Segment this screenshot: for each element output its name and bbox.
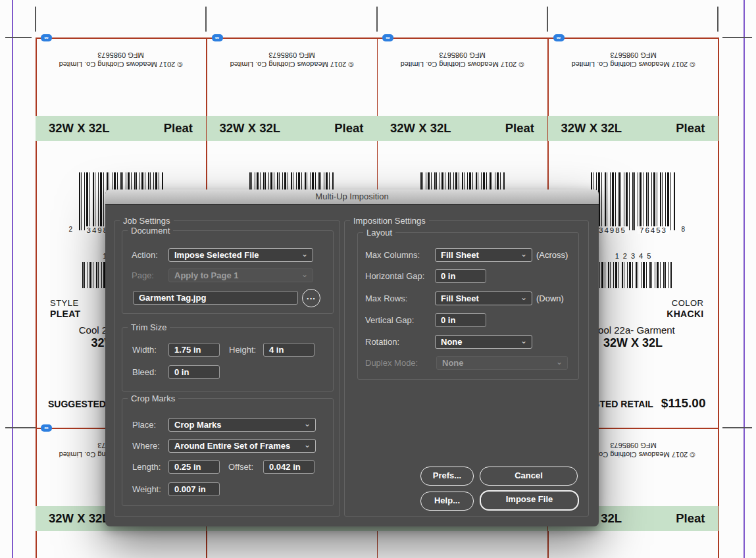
file-name-field[interactable]: Garment Tag.jpg xyxy=(133,291,298,305)
tag-fit: Pleat xyxy=(164,121,193,136)
mfg-line: MFG 0985673 xyxy=(207,51,377,60)
place-dropdown[interactable]: Crop Marks ⌄ xyxy=(168,418,316,432)
chevron-down-icon: ⌄ xyxy=(520,248,527,261)
color-value: KHACKI xyxy=(667,309,703,319)
width-label: Width: xyxy=(132,345,157,355)
action-label: Action: xyxy=(132,250,158,260)
tag-size: 32W X 32L xyxy=(561,121,622,136)
chevron-down-icon: ⌄ xyxy=(304,418,311,430)
copyright-line: © 2017 Meadows Clothing Co. Limited xyxy=(377,60,547,69)
where-label: Where: xyxy=(132,441,160,451)
crop-mark-tick xyxy=(35,7,36,32)
rotation-value: None xyxy=(441,337,463,347)
impose-file-button[interactable]: Impose File xyxy=(480,490,579,511)
length-input[interactable]: 0.25 in xyxy=(168,460,220,474)
tag-size: 32W X 32L xyxy=(49,121,110,136)
barcode-stripes xyxy=(594,262,672,288)
link-icon: ∞ xyxy=(41,34,52,41)
help-button[interactable]: Help... xyxy=(420,492,474,511)
place-label: Place: xyxy=(132,420,156,430)
tag-size-band: 32W X 32L Pleat xyxy=(36,116,206,141)
dialog-titlebar[interactable]: Multi-Up Imposition xyxy=(105,190,599,205)
crop-mark-tick xyxy=(5,37,32,38)
chevron-down-icon: ⌄ xyxy=(301,248,308,261)
where-value: Around Entire Set of Frames xyxy=(174,441,290,451)
tag-copyright-text: © 2017 Meadows Clothing Co. Limited MFG … xyxy=(548,51,718,69)
max-rows-value: Fill Sheet xyxy=(441,293,479,303)
upc-digit-left: 2 xyxy=(69,226,73,233)
crop-marks-label: Crop Marks xyxy=(128,393,178,403)
horizontal-gap-label: Horizontal Gap: xyxy=(365,271,424,281)
width-input[interactable]: 1.75 in xyxy=(168,343,220,357)
group-trim-size: Trim Size xyxy=(122,327,334,392)
chevron-down-icon: ⌄ xyxy=(520,335,527,347)
multi-up-imposition-dialog: Multi-Up Imposition Job Settings Documen… xyxy=(105,190,599,526)
height-input[interactable]: 4 in xyxy=(263,343,315,357)
tag-fit: Pleat xyxy=(676,121,705,136)
tag-fit: Pleat xyxy=(676,511,705,526)
duplex-mode-label: Duplex Mode: xyxy=(365,358,418,368)
max-columns-label: Max Columns: xyxy=(365,250,420,260)
place-value: Crop Marks xyxy=(174,420,222,430)
rotation-dropdown[interactable]: None ⌄ xyxy=(435,335,532,349)
page-guide-left xyxy=(12,0,13,558)
horizontal-gap-input[interactable]: 0 in xyxy=(435,269,486,283)
max-rows-dropdown[interactable]: Fill Sheet ⌄ xyxy=(435,292,532,305)
upc-group-2: 76453 xyxy=(638,226,669,234)
style-value: PLEAT xyxy=(50,309,80,319)
copyright-line: © 2017 Meadows Clothing Co. Limited xyxy=(207,60,377,69)
weight-label: Weight: xyxy=(132,484,161,494)
crop-mark-tick xyxy=(5,427,37,428)
tag-style-block: STYLE PLEAT xyxy=(50,298,80,319)
barcode-stripes xyxy=(591,172,675,230)
retail-price: $115.00 xyxy=(661,396,706,411)
down-note: (Down) xyxy=(536,293,564,303)
weight-input[interactable]: 0.007 in xyxy=(168,482,220,496)
offset-input[interactable]: 0.042 in xyxy=(263,460,315,474)
color-label: COLOR xyxy=(667,298,703,309)
crop-mark-tick xyxy=(722,427,752,428)
page-value: Apply to Page 1 xyxy=(174,270,239,280)
length-label: Length: xyxy=(132,462,161,472)
document-label: Document xyxy=(128,226,173,236)
copyright-line: © 2017 Meadows Clothing Co. Limited xyxy=(548,60,718,69)
where-dropdown[interactable]: Around Entire Set of Frames ⌄ xyxy=(168,439,316,453)
tag-copyright-text: © 2017 Meadows Clothing Co. Limited MFG … xyxy=(207,51,377,69)
action-value: Impose Selected File xyxy=(174,250,259,260)
crop-mark-tick xyxy=(547,7,548,32)
crop-mark-tick xyxy=(722,37,752,38)
link-icon: ∞ xyxy=(41,424,52,432)
vertical-gap-input[interactable]: 0 in xyxy=(435,313,486,327)
duplex-mode-value: None xyxy=(442,358,464,368)
max-columns-dropdown[interactable]: Fill Sheet ⌄ xyxy=(435,248,532,262)
tag-fit: Pleat xyxy=(505,121,534,136)
prefs-button[interactable]: Prefs... xyxy=(420,467,474,486)
link-icon: ∞ xyxy=(553,34,565,41)
tag-color-block: COLOR KHACKI xyxy=(667,298,703,319)
tag-size-band: 32W X 32L Pleat xyxy=(207,116,377,141)
cancel-button[interactable]: Cancel xyxy=(480,467,578,486)
copyright-line: © 2017 Meadows Clothing Co. Limited xyxy=(36,60,206,69)
chevron-down-icon: ⌄ xyxy=(556,356,563,368)
crop-mark-tick xyxy=(717,7,718,32)
trim-size-label: Trim Size xyxy=(128,322,170,332)
tag-copyright-text: © 2017 Meadows Clothing Co. Limited MFG … xyxy=(36,51,206,69)
crop-mark-tick xyxy=(376,7,378,32)
layout-label: Layout xyxy=(363,228,395,238)
mfg-line: MFG 0985673 xyxy=(36,51,206,60)
rotation-label: Rotation: xyxy=(365,337,399,347)
mfg-line: MFG 0985673 xyxy=(377,51,547,60)
browse-file-button[interactable]: ... xyxy=(302,289,320,307)
vertical-gap-label: Vertical Gap: xyxy=(365,315,414,325)
tag-size: 32W X 32L xyxy=(390,121,451,136)
tag-size: 32W X 32L xyxy=(220,121,281,136)
offset-label: Offset: xyxy=(228,462,253,472)
bleed-input[interactable]: 0 in xyxy=(168,365,220,379)
bleed-label: Bleed: xyxy=(132,367,157,377)
chevron-down-icon: ⌄ xyxy=(520,292,527,304)
crop-mark-tick xyxy=(205,7,207,32)
link-icon: ∞ xyxy=(382,34,393,41)
job-settings-label: Job Settings xyxy=(120,216,174,226)
action-dropdown[interactable]: Impose Selected File ⌄ xyxy=(168,248,313,262)
upc-digit-right: 8 xyxy=(681,226,685,233)
